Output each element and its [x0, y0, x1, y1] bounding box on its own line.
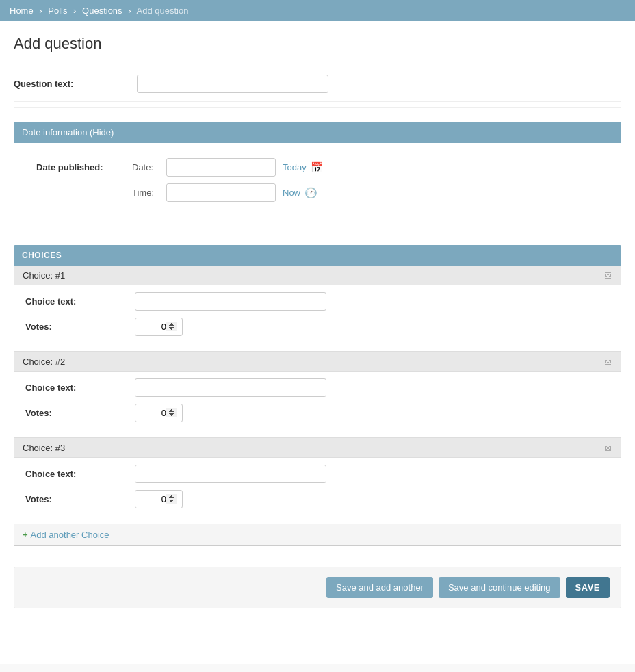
breadcrumb-sep-3: › — [128, 5, 131, 16]
choice-2-header: Choice: #2 ⦻ — [14, 352, 621, 372]
choice-2-fields: Choice text: Votes: — [14, 372, 621, 437]
date-published-row: Date published: Date: Today 📅 Time: Now — [25, 151, 610, 220]
breadcrumb-sep-2: › — [73, 5, 76, 16]
date-input[interactable] — [166, 158, 276, 177]
choice-2-votes-row: Votes: — [25, 404, 610, 422]
add-another-label: Add another Choice — [31, 530, 109, 540]
choice-1-text-row: Choice text: — [25, 292, 610, 311]
choice-1-votes-row: Votes: — [25, 318, 610, 336]
choice-2-votes-input[interactable] — [135, 404, 183, 422]
choice-3-text-row: Choice text: — [25, 465, 610, 483]
choice-3-text-input[interactable] — [135, 465, 326, 483]
choice-1-header: Choice: #1 ⦻ — [14, 266, 621, 285]
choice-3-header: Choice: #3 ⦻ — [14, 438, 621, 458]
add-another-row: +Add another Choice — [14, 524, 621, 545]
choice-1-votes-input[interactable] — [135, 318, 183, 336]
date-fields-area: Date: Today 📅 Time: Now 🕐 — [132, 158, 324, 209]
choice-1-label: Choice: #1 — [23, 270, 65, 281]
choices-section: CHOICES Choice: #1 ⦻ Choice text: Votes: — [14, 245, 621, 546]
breadcrumb-current: Add question — [136, 5, 188, 16]
choice-3-text-label: Choice text: — [25, 469, 135, 479]
choice-1-fields: Choice text: Votes: — [14, 285, 621, 351]
date-section-header[interactable]: Date information (Hide) — [14, 122, 621, 143]
question-text-field-area — [137, 75, 621, 93]
choice-2-label: Choice: #2 — [23, 357, 65, 367]
clock-icon[interactable]: 🕐 — [304, 187, 318, 199]
choices-section-header: CHOICES — [14, 245, 621, 266]
now-link[interactable]: Now — [283, 188, 300, 198]
main-content: Add question Question text: Date informa… — [0, 21, 635, 664]
section-divider-1 — [14, 107, 621, 108]
choice-2-votes-label: Votes: — [25, 408, 135, 418]
breadcrumb-questions[interactable]: Questions — [82, 5, 122, 16]
time-input[interactable] — [166, 183, 276, 202]
footer-actions: Save and add another Save and continue e… — [14, 567, 621, 608]
date-row: Date: Today 📅 — [132, 158, 324, 177]
date-section-title: Date information (Hide) — [22, 127, 114, 138]
date-published-label: Date published: — [36, 158, 132, 172]
date-info-section: Date information (Hide) Date published: … — [14, 122, 621, 231]
add-another-choice-link[interactable]: +Add another Choice — [23, 530, 109, 540]
choice-3-label: Choice: #3 — [23, 443, 65, 453]
plus-icon: + — [23, 530, 28, 540]
choices-container: Choice: #1 ⦻ Choice text: Votes: — [14, 266, 621, 546]
choice-item-2: Choice: #2 ⦻ Choice text: Votes: — [14, 351, 621, 437]
choice-1-remove-button[interactable]: ⦻ — [603, 270, 614, 281]
choice-2-text-input[interactable] — [135, 378, 326, 397]
choice-1-text-input[interactable] — [135, 292, 326, 311]
breadcrumb-bar: Home › Polls › Questions › Add question — [0, 0, 635, 21]
breadcrumb-home[interactable]: Home — [10, 5, 34, 16]
choice-1-text-label: Choice text: — [25, 296, 135, 307]
choice-3-votes-row: Votes: — [25, 490, 610, 508]
time-row: Time: Now 🕐 — [132, 183, 324, 202]
choice-2-remove-button[interactable]: ⦻ — [603, 356, 614, 367]
choice-3-votes-input[interactable] — [135, 490, 183, 508]
choice-item-1: Choice: #1 ⦻ Choice text: Votes: — [14, 266, 621, 351]
choice-item-3: Choice: #3 ⦻ Choice text: Votes: — [14, 437, 621, 524]
time-label: Time: — [132, 188, 166, 198]
save-continue-editing-button[interactable]: Save and continue editing — [439, 577, 560, 598]
choices-header-label: CHOICES — [22, 250, 62, 260]
save-button[interactable]: SAVE — [566, 577, 610, 598]
date-label: Date: — [132, 162, 166, 172]
date-section-body: Date published: Date: Today 📅 Time: Now — [14, 143, 621, 231]
today-link[interactable]: Today — [283, 162, 307, 172]
save-add-another-button[interactable]: Save and add another — [326, 577, 433, 598]
question-text-input[interactable] — [137, 75, 328, 93]
breadcrumb-polls[interactable]: Polls — [48, 5, 67, 16]
choice-2-text-row: Choice text: — [25, 378, 610, 397]
question-text-row: Question text: — [14, 66, 621, 102]
breadcrumb-sep-1: › — [39, 5, 42, 16]
choice-3-fields: Choice text: Votes: — [14, 458, 621, 524]
choice-2-text-label: Choice text: — [25, 383, 135, 393]
page-title: Add question — [14, 35, 621, 53]
choice-1-votes-label: Votes: — [25, 322, 135, 332]
choice-3-votes-label: Votes: — [25, 494, 135, 504]
calendar-icon[interactable]: 📅 — [311, 161, 324, 174]
question-text-label: Question text: — [14, 75, 137, 89]
choice-3-remove-button[interactable]: ⦻ — [603, 442, 614, 453]
